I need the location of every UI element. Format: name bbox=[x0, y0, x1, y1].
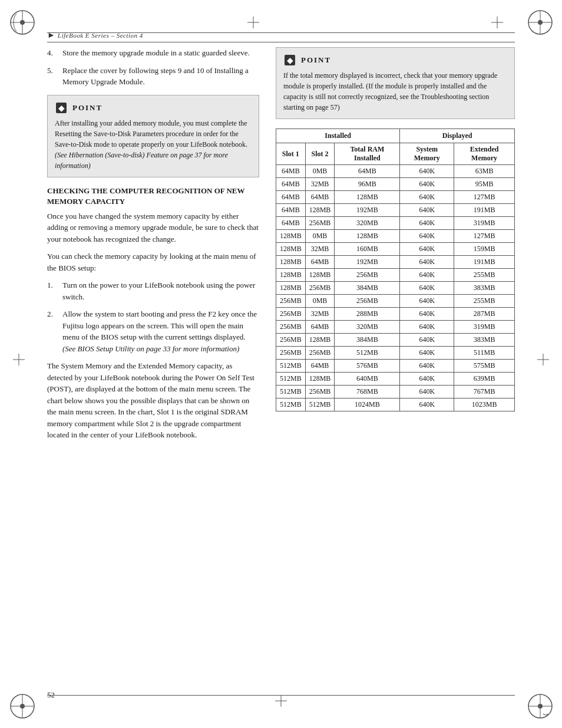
body-text-1: Once you have changed the system memory … bbox=[47, 210, 259, 245]
table-cell: 159MB bbox=[454, 243, 515, 256]
table-cell: 640K bbox=[400, 269, 454, 282]
table-cell: 64MB bbox=[335, 165, 400, 178]
table-cell: 64MB bbox=[305, 360, 335, 373]
corner-top-left bbox=[6, 6, 38, 38]
table-row: 256MB64MB320MB640K319MB bbox=[276, 321, 515, 334]
step-text-2: Allow the system to start booting and pr… bbox=[62, 308, 259, 354]
point-header-1: ◆ POINT bbox=[55, 101, 252, 114]
page-number: 52 bbox=[47, 690, 55, 700]
table-cell: 96MB bbox=[335, 178, 400, 191]
col-total-ram: Total RAM Installed bbox=[335, 143, 400, 165]
table-cell: 128MB bbox=[335, 191, 400, 204]
table-cell: 767MB bbox=[454, 386, 515, 398]
table-row: 64MB0MB64MB640K63MB bbox=[276, 165, 515, 178]
table-cell: 0MB bbox=[305, 165, 335, 178]
table-cell: 32MB bbox=[305, 308, 335, 321]
group-header-displayed: Displayed bbox=[400, 129, 515, 143]
table-cell: 64MB bbox=[305, 191, 335, 204]
table-cell: 32MB bbox=[305, 178, 335, 191]
table-row: 64MB64MB128MB640K127MB bbox=[276, 191, 515, 204]
table-row: 128MB0MB128MB640K127MB bbox=[276, 230, 515, 243]
table-row: 64MB256MB320MB640K319MB bbox=[276, 217, 515, 230]
table-cell: 575MB bbox=[454, 360, 515, 373]
table-cell: 640K bbox=[400, 347, 454, 360]
memory-table: Installed Displayed Slot 1 Slot 2 Total … bbox=[276, 129, 515, 411]
table-row: 64MB128MB192MB640K191MB bbox=[276, 204, 515, 217]
crosshair-top bbox=[247, 17, 259, 31]
table-cell: 192MB bbox=[335, 256, 400, 269]
table-cell: 384MB bbox=[335, 334, 400, 347]
table-cell: 64MB bbox=[305, 321, 335, 334]
content-area: 4. Store the memory upgrade module in a … bbox=[47, 47, 515, 681]
svg-text:◆: ◆ bbox=[287, 56, 293, 65]
table-cell: 256MB bbox=[335, 269, 400, 282]
table-cell: 640K bbox=[400, 204, 454, 217]
table-cell: 383MB bbox=[454, 334, 515, 347]
table-cell: 128MB bbox=[276, 256, 306, 269]
table-cell: 127MB bbox=[454, 230, 515, 243]
table-row: 512MB128MB640MB640K639MB bbox=[276, 373, 515, 386]
table-row: 128MB32MB160MB640K159MB bbox=[276, 243, 515, 256]
section-heading: CHECKING THE COMPUTER RECOGNITION OF NEW… bbox=[47, 186, 259, 207]
table-cell: 127MB bbox=[454, 191, 515, 204]
table-row: 256MB32MB288MB640K287MB bbox=[276, 308, 515, 321]
point-text-2: If the total memory displayed is incorre… bbox=[283, 70, 507, 113]
table-row: 512MB512MB1024MB640K1023MB bbox=[276, 398, 515, 411]
table-cell: 512MB bbox=[276, 360, 306, 373]
list-text-4: Store the memory upgrade module in a sta… bbox=[62, 47, 259, 59]
point-icon-2: ◆ bbox=[283, 54, 296, 67]
step-2: 2. Allow the system to start booting and… bbox=[47, 308, 259, 354]
table-cell: 256MB bbox=[276, 308, 306, 321]
svg-point-3 bbox=[20, 20, 25, 25]
step-num-2: 2. bbox=[47, 308, 58, 354]
crosshair-right bbox=[537, 354, 549, 368]
table-cell: 128MB bbox=[276, 230, 306, 243]
table-cell: 128MB bbox=[276, 282, 306, 295]
table-cell: 191MB bbox=[454, 256, 515, 269]
table-cell: 640K bbox=[400, 360, 454, 373]
col-system-memory: System Memory bbox=[400, 143, 454, 165]
table-cell: 288MB bbox=[335, 308, 400, 321]
col-slot2: Slot 2 bbox=[305, 143, 335, 165]
table-cell: 128MB bbox=[305, 334, 335, 347]
table-cell: 640K bbox=[400, 282, 454, 295]
point-box-1: ◆ POINT After installing your added memo… bbox=[47, 95, 259, 177]
table-cell: 640K bbox=[400, 373, 454, 386]
table-cell: 512MB bbox=[335, 347, 400, 360]
table-cell: 32MB bbox=[305, 243, 335, 256]
table-cell: 383MB bbox=[454, 282, 515, 295]
table-cell: 191MB bbox=[454, 204, 515, 217]
table-cell: 64MB bbox=[276, 204, 306, 217]
table-cell: 256MB bbox=[305, 217, 335, 230]
col-extended-memory: Extended Memory bbox=[454, 143, 515, 165]
svg-point-7 bbox=[538, 20, 543, 25]
table-cell: 640K bbox=[400, 321, 454, 334]
table-cell: 128MB bbox=[305, 204, 335, 217]
table-row: 128MB256MB384MB640K383MB bbox=[276, 282, 515, 295]
table-cell: 640K bbox=[400, 295, 454, 308]
crosshair-left bbox=[13, 354, 25, 368]
corner-top-right bbox=[524, 6, 556, 38]
table-cell: 1024MB bbox=[335, 398, 400, 411]
table-cell: 64MB bbox=[305, 256, 335, 269]
point-text-1: After installing your added memory modul… bbox=[55, 118, 252, 171]
table-row: 256MB0MB256MB640K255MB bbox=[276, 295, 515, 308]
table-cell: 640MB bbox=[335, 373, 400, 386]
table-cell: 128MB bbox=[335, 230, 400, 243]
table-row: 64MB32MB96MB640K95MB bbox=[276, 178, 515, 191]
table-cell: 640K bbox=[400, 165, 454, 178]
list-text-5: Replace the cover by following steps 9 a… bbox=[62, 65, 259, 88]
table-row: 256MB256MB512MB640K511MB bbox=[276, 347, 515, 360]
table-cell: 640K bbox=[400, 178, 454, 191]
table-cell: 255MB bbox=[454, 269, 515, 282]
step-num-1: 1. bbox=[47, 279, 58, 302]
svg-point-25 bbox=[20, 704, 25, 709]
table-cell: 319MB bbox=[454, 217, 515, 230]
body-text-3: The System Memory and the Extended Memor… bbox=[47, 360, 259, 441]
table-cell: 128MB bbox=[305, 269, 335, 282]
table-cell: 128MB bbox=[276, 269, 306, 282]
table-cell: 639MB bbox=[454, 373, 515, 386]
table-cell: 64MB bbox=[276, 165, 306, 178]
table-cell: 256MB bbox=[305, 386, 335, 398]
table-cell: 320MB bbox=[335, 217, 400, 230]
